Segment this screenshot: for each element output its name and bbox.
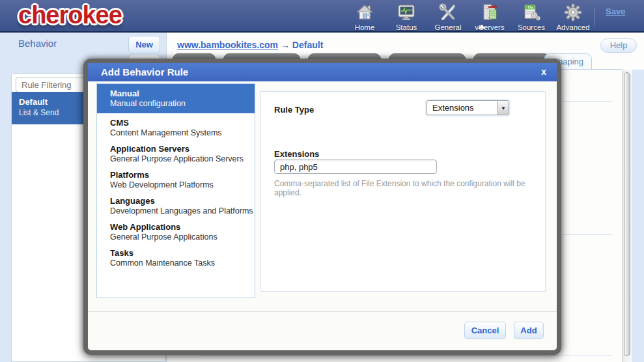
nav-item-home[interactable]: Home bbox=[344, 3, 385, 31]
nav-label-home: Home bbox=[344, 23, 385, 31]
nav-item-vservers[interactable]: vServers bbox=[469, 3, 511, 31]
breadcrumb: www.bambookites.com → Default bbox=[177, 40, 323, 50]
dialog-title: Add Behavior Rule bbox=[101, 63, 188, 81]
nav-item-sources[interactable]: Sources bbox=[511, 3, 552, 31]
status-icon bbox=[385, 3, 427, 23]
add-behavior-rule-dialog: Add Behavior Rule x Manual Manual config… bbox=[83, 59, 561, 355]
cancel-button[interactable]: Cancel bbox=[464, 322, 506, 339]
rule-type-select[interactable]: Extensions ▼ bbox=[427, 100, 509, 115]
dropdown-arrow-icon: ▼ bbox=[497, 101, 509, 115]
rule-type-selected-value: Extensions bbox=[432, 103, 474, 113]
save-link[interactable]: Save bbox=[606, 7, 625, 16]
category-platforms[interactable]: Platforms Web Development Platforms bbox=[97, 167, 255, 193]
scrollbar-thumb[interactable] bbox=[624, 72, 630, 356]
nav-label-advanced: Advanced bbox=[552, 23, 594, 31]
category-manual[interactable]: Manual Manual configuration bbox=[97, 84, 255, 113]
rule-category-list: Manual Manual configuration CMS Content … bbox=[96, 83, 255, 298]
top-nav-bar: cherokee Home bbox=[0, 0, 644, 33]
page-right-margin bbox=[632, 70, 644, 362]
nav-label-status: Status bbox=[385, 23, 427, 31]
content-divider bbox=[199, 355, 612, 355]
sidebar-title: Behavior bbox=[18, 38, 57, 49]
help-button[interactable]: Help bbox=[600, 38, 637, 53]
nav-item-status[interactable]: Status bbox=[385, 3, 427, 31]
extensions-input[interactable] bbox=[274, 160, 437, 174]
sources-icon bbox=[511, 3, 552, 23]
extensions-help-text: Comma-separated list of File Extension t… bbox=[274, 179, 545, 197]
main-nav: Home Status bbox=[344, 3, 594, 31]
dialog-titlebar: Add Behavior Rule x bbox=[88, 63, 557, 81]
nav-label-vservers: vServers bbox=[469, 23, 511, 31]
category-web-applications[interactable]: Web Applications General Purpose Applica… bbox=[97, 219, 255, 245]
category-cms[interactable]: CMS Content Management Systems bbox=[97, 115, 255, 141]
nav-item-advanced[interactable]: Advanced bbox=[552, 3, 594, 31]
home-icon bbox=[344, 3, 385, 23]
new-rule-button[interactable]: New bbox=[128, 36, 160, 53]
close-icon[interactable]: x bbox=[541, 66, 546, 77]
nav-item-general[interactable]: General bbox=[427, 3, 469, 31]
add-button[interactable]: Add bbox=[514, 322, 544, 339]
category-tasks[interactable]: Tasks Common Maintenance Tasks bbox=[97, 245, 255, 272]
advanced-gear-icon bbox=[552, 3, 594, 23]
category-languages[interactable]: Languages Development Languages and Plat… bbox=[97, 193, 255, 219]
breadcrumb-page: Default bbox=[292, 40, 323, 50]
active-tab-pointer bbox=[478, 25, 486, 29]
general-icon bbox=[427, 3, 469, 23]
category-application-servers[interactable]: Application Servers General Purpose Appl… bbox=[97, 141, 255, 167]
rule-type-label: Rule Type bbox=[274, 105, 314, 115]
extensions-label: Extensions bbox=[274, 149, 319, 159]
cherokee-logo: cherokee bbox=[18, 1, 122, 29]
rule-form-panel: Rule Type Extensions ▼ Extensions Comma-… bbox=[260, 91, 546, 292]
nav-label-sources: Sources bbox=[511, 23, 552, 31]
nav-label-general: General bbox=[427, 23, 469, 31]
vservers-icon bbox=[469, 3, 511, 23]
breadcrumb-site-link[interactable]: www.bambookites.com bbox=[177, 40, 278, 50]
nav-divider bbox=[594, 8, 595, 26]
footer-divider bbox=[88, 311, 557, 312]
breadcrumb-arrow: → bbox=[281, 40, 290, 50]
